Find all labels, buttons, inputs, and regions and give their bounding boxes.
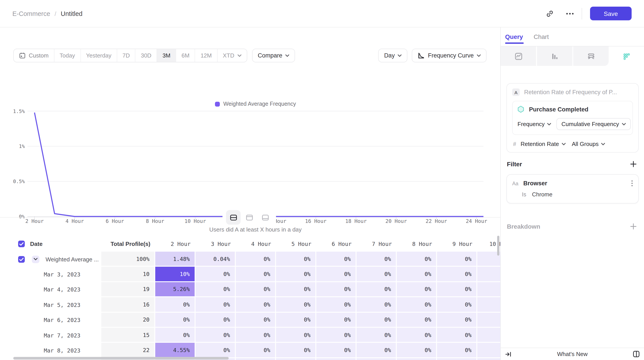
retention-cell: 0% (236, 267, 276, 282)
bar-chart-type-icon[interactable] (536, 46, 572, 66)
groups-dropdown[interactable]: All Groups (572, 141, 605, 147)
retention-grid-type-icon[interactable] (608, 46, 644, 66)
retention-cell: 0% (397, 312, 437, 328)
cumulative-frequency-dropdown[interactable]: Cumulative Frequency (557, 118, 631, 130)
date-cell: Weighted Average ... (26, 252, 101, 267)
svg-text:16 Hour: 16 Hour (305, 218, 326, 224)
row-date: Mar 7, 2023 (26, 332, 80, 338)
chart-only-view-icon[interactable] (242, 210, 256, 225)
range-label: Yesterday (86, 52, 112, 59)
save-button[interactable]: Save (590, 7, 632, 20)
split-view-icon[interactable] (226, 210, 240, 225)
range-7d[interactable]: 7D (117, 49, 136, 62)
table-body: Weighted Average ...100%1.48%0.04%0%0%0%… (13, 252, 500, 360)
row-checkbox-cell (13, 343, 26, 358)
breadcrumb-separator: / (54, 10, 56, 17)
header-checkbox-cell (13, 240, 26, 247)
chevron-down-icon (398, 54, 402, 57)
granularity-button[interactable]: Day (378, 49, 408, 62)
column-header-total-profile-s-[interactable]: Total Profile(s) (101, 240, 155, 247)
table-row: Mar 4, 2023195.26%0%0%0%0%0%0%0% (13, 282, 500, 298)
row-checkbox[interactable] (18, 256, 25, 262)
query-series-card[interactable]: A Retention Rate of Frequency of P... Pu… (506, 83, 639, 152)
total-profiles-cell: 15 (101, 328, 155, 343)
range-label: 30D (141, 52, 152, 59)
filter-property: Browser (523, 180, 547, 187)
metric-dropdown[interactable]: Retention Rate (520, 141, 566, 147)
filter-value[interactable]: Chrome (532, 191, 552, 198)
filter-operator[interactable]: Is (522, 191, 526, 198)
range-30d[interactable]: 30D (136, 49, 157, 62)
table-only-view-icon[interactable] (258, 210, 272, 225)
row-checkbox-cell (13, 297, 26, 312)
tab-query[interactable]: Query (505, 28, 523, 46)
horizontal-scrollbar[interactable] (13, 357, 229, 360)
whats-new-link[interactable]: What's New (501, 351, 644, 357)
range-today[interactable]: Today (54, 49, 81, 62)
column-header-date[interactable]: Date (26, 240, 101, 247)
range-6m[interactable]: 6M (176, 49, 195, 62)
retention-cell: 0% (155, 297, 196, 312)
range-label: 6M (182, 52, 190, 59)
metric-row: # Retention Rate All Groups (512, 141, 633, 147)
row-date: Mar 3, 2023 (26, 271, 80, 278)
copy-link-icon[interactable] (546, 10, 554, 18)
filter-options-icon[interactable] (631, 180, 633, 187)
breadcrumb-report-title[interactable]: Untitled (61, 10, 82, 17)
expand-row-icon[interactable] (32, 256, 39, 263)
add-breakdown-icon[interactable] (630, 223, 636, 230)
range-3m[interactable]: 3M (157, 49, 176, 62)
column-header-4-hour[interactable]: 4 Hour (236, 240, 276, 247)
column-header-7-hour[interactable]: 7 Hour (356, 240, 397, 247)
groups-value: All Groups (572, 141, 598, 147)
add-filter-icon[interactable] (630, 161, 636, 167)
range-label: Today (60, 52, 75, 59)
svg-text:8 Hour: 8 Hour (146, 218, 164, 224)
flow-chart-type-icon[interactable] (572, 46, 608, 66)
event-selector[interactable]: Purchase Completed (518, 106, 628, 113)
compare-button[interactable]: Compare (252, 49, 295, 62)
retention-cell: 0% (437, 297, 477, 312)
range-xtd[interactable]: XTD (218, 49, 247, 62)
more-options-icon[interactable] (566, 12, 574, 14)
line-chart-type-icon[interactable] (501, 46, 536, 66)
range-12m[interactable]: 12M (195, 49, 218, 62)
retention-cell (477, 312, 500, 328)
range-label: 12M (200, 52, 212, 59)
vertical-scrollbar[interactable] (497, 236, 499, 256)
retention-cell (356, 358, 397, 360)
row-date: Mar 8, 2023 (26, 347, 80, 354)
column-header-3-hour[interactable]: 3 Hour (196, 240, 236, 247)
retention-cell (437, 358, 477, 360)
filter-card[interactable]: Aa Browser Is Chrome (506, 174, 639, 204)
retention-cell: 0% (397, 252, 437, 267)
panel-tabs: Query Chart (501, 28, 644, 46)
retention-cell: 0% (196, 282, 236, 298)
row-checkbox-cell (13, 312, 26, 328)
tab-chart[interactable]: Chart (534, 28, 549, 46)
column-header-9-hour[interactable]: 9 Hour (437, 240, 477, 247)
retention-cell: 0% (437, 328, 477, 343)
select-all-checkbox[interactable] (18, 240, 25, 247)
filter-section-header: Filter (507, 160, 636, 168)
table-header-row: DateTotal Profile(s)2 Hour3 Hour4 Hour5 … (13, 236, 500, 252)
column-header-10-hour[interactable]: 10 Hour (477, 240, 500, 247)
frequency-dropdown[interactable]: Frequency (518, 121, 551, 127)
column-header-8-hour[interactable]: 8 Hour (397, 240, 437, 247)
column-header-5-hour[interactable]: 5 Hour (276, 240, 316, 247)
column-header-2-hour[interactable]: 2 Hour (155, 240, 196, 247)
view-type-button[interactable]: Frequency Curve (412, 49, 486, 62)
range-custom[interactable]: Custom (14, 49, 54, 62)
retention-cell: 0% (316, 267, 356, 282)
breadcrumb-project[interactable]: E-Commerce (12, 10, 50, 17)
retention-cell: 0% (276, 343, 316, 358)
retention-cell: 0.04% (196, 252, 236, 267)
column-header-6-hour[interactable]: 6 Hour (316, 240, 356, 247)
breakdown-title: Breakdown (507, 223, 540, 230)
retention-cell: 0% (316, 252, 356, 267)
date-range-controls: CustomTodayYesterday7D30D3M6M12MXTD Comp… (13, 49, 295, 62)
svg-text:6 Hour: 6 Hour (106, 218, 124, 224)
range-yesterday[interactable]: Yesterday (81, 49, 117, 62)
series-letter-badge: A (512, 88, 520, 96)
retention-cell (477, 297, 500, 312)
